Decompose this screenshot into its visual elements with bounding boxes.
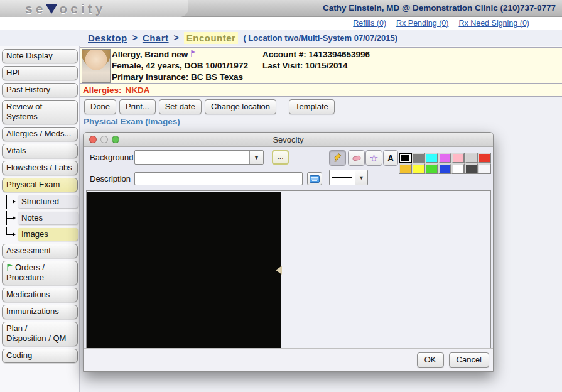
patient-panel: Allergy, Brand new Female, 42 years, DOB… <box>80 47 562 84</box>
sidebar-item-past-history[interactable]: Past History <box>2 83 78 97</box>
minimize-button[interactable] <box>100 136 108 143</box>
change-location-button[interactable]: Change location <box>205 99 276 114</box>
color-swatch-e8392b[interactable] <box>478 153 491 163</box>
chevron-down-icon[interactable]: ▼ <box>249 151 263 164</box>
chevron-down-icon[interactable]: ▼ <box>355 170 367 185</box>
description-input[interactable] <box>134 172 303 185</box>
sidebar-item-immunizations[interactable]: Immunizations <box>2 305 78 319</box>
link-refills-0[interactable]: Refills (0) <box>353 19 386 28</box>
color-swatch-ffffff[interactable] <box>451 163 465 174</box>
dialog-toolbar: Background ▼ ... Description ☆ A <box>84 147 493 190</box>
patient-photo <box>82 49 111 83</box>
breadcrumb-separator: > <box>132 33 138 43</box>
patient-account-info: Account #: 1413394653996 Last Visit: 10/… <box>262 49 370 72</box>
sidebar-item-plan-disposition-qm[interactable]: Plan / Disposition / QM <box>2 322 78 346</box>
probe-tip <box>276 266 282 275</box>
sidebar-item-allergies-meds[interactable]: Allergies / Meds... <box>2 127 78 141</box>
drawing-canvas[interactable] <box>86 190 491 349</box>
breadcrumb-desktop[interactable]: Desktop <box>88 33 127 43</box>
description-label: Description <box>90 174 131 183</box>
template-button[interactable]: Template <box>289 99 335 114</box>
allergies-row: Allergies:NKDA <box>80 84 562 97</box>
sidebar-item-orders-procedure[interactable]: Orders / Procedure <box>2 261 78 285</box>
tree-line <box>7 218 13 219</box>
ok-button[interactable]: OK <box>417 352 444 368</box>
tree-arrow-icon <box>13 232 16 236</box>
sidebar-item-flowsheets-labs[interactable]: Flowsheets / Labs <box>2 161 78 175</box>
color-swatch-4a4a4a[interactable] <box>465 163 478 174</box>
keyboard-icon <box>310 175 320 183</box>
set-date-button[interactable]: Set date <box>159 99 202 114</box>
print-button[interactable]: Print... <box>119 99 156 114</box>
allergies-value: NKDA <box>126 85 150 95</box>
sidebar-item-assessment[interactable]: Assessment <box>2 244 78 258</box>
done-button[interactable]: Done <box>84 99 116 114</box>
sidebar-item-hpi[interactable]: HPI <box>2 66 78 80</box>
arthroscopy-image <box>87 192 281 348</box>
patient-last-visit: Last Visit: 10/15/2014 <box>262 60 370 72</box>
pencil-icon <box>333 153 343 163</box>
color-swatch-e36bf0[interactable] <box>438 153 451 163</box>
color-swatch-2447e0[interactable] <box>438 163 451 174</box>
sidebar-item-structured[interactable]: Structured <box>18 195 78 208</box>
sidebar-item-coding[interactable]: Coding <box>2 349 78 363</box>
keyboard-button[interactable] <box>307 172 322 185</box>
sidebar-item-physical-exam[interactable]: Physical Exam <box>2 178 78 192</box>
line-width-select[interactable]: ▼ <box>329 170 368 185</box>
logo-tab: seocity <box>0 0 188 17</box>
sidebar-item-notes[interactable]: Notes <box>18 212 78 224</box>
sevocity-image-dialog: Sevocity Background ▼ ... Description ☆ <box>83 132 494 372</box>
screen: seocity Cathy Einstein, MD @ Demonstrati… <box>0 0 562 392</box>
tree-arrow-icon <box>13 200 16 204</box>
link-rx-need-signing-0[interactable]: Rx Need Signing (0) <box>458 19 529 28</box>
background-select-value <box>135 151 249 164</box>
star-icon: ☆ <box>369 152 378 164</box>
patient-account: Account #: 1413394653996 <box>262 49 370 60</box>
link-rx-pending-0[interactable]: Rx Pending (0) <box>396 19 448 28</box>
sidebar-item-images[interactable]: Images <box>18 228 78 241</box>
color-swatch-4fdc31[interactable] <box>425 163 438 174</box>
breadcrumb-encounter: Encounter <box>184 32 239 44</box>
sidebar-nav: Note DisplayHPIPast HistoryReview of Sys… <box>0 46 80 392</box>
quick-links-bar: Refills (0)Rx Pending (0)Rx Need Signing… <box>0 17 562 30</box>
green-flag-icon <box>6 263 14 271</box>
dialog-title-bar[interactable]: Sevocity <box>84 133 493 147</box>
color-swatch-f2c12e[interactable] <box>399 163 412 174</box>
patient-name: Allergy, Brand new <box>112 50 188 59</box>
background-select[interactable]: ▼ <box>134 150 264 165</box>
sidebar-item-medications[interactable]: Medications <box>2 288 78 302</box>
logo-v-icon <box>46 4 57 14</box>
encounter-context: ( Location two/Multi-System 07/07/2015) <box>243 33 397 43</box>
sidebar-item-review-of-systems[interactable]: Review of Systems <box>2 100 78 124</box>
text-tool-button[interactable]: A <box>383 150 398 166</box>
line-width-sample <box>332 177 352 178</box>
color-swatch-f5f5f8[interactable] <box>478 163 491 174</box>
allergies-label: Allergies: <box>83 85 122 95</box>
color-swatch-808080[interactable] <box>412 153 425 163</box>
color-swatch-000000[interactable] <box>399 153 412 163</box>
color-swatch-fdfd3a[interactable] <box>412 163 425 174</box>
sevocity-logo: seocity <box>25 1 105 16</box>
sidebar-item-note-display[interactable]: Note Display <box>2 49 78 63</box>
background-browse-button[interactable]: ... <box>272 150 289 165</box>
color-palette <box>399 153 491 174</box>
eraser-tool-button[interactable] <box>348 150 365 166</box>
lasso-tool-button[interactable]: ☆ <box>365 150 382 166</box>
pencil-tool-button[interactable] <box>329 150 346 166</box>
sidebar-item-vitals[interactable]: Vitals <box>2 144 78 158</box>
purple-flag-icon <box>190 50 198 58</box>
color-swatch-33ffff[interactable] <box>425 153 438 163</box>
color-swatch-d2d2d2[interactable] <box>465 153 478 163</box>
color-swatch-ffb9c5[interactable] <box>451 153 465 163</box>
close-button[interactable] <box>89 136 97 143</box>
encounter-action-buttons: DonePrint...Set dateChange locationTempl… <box>84 99 335 114</box>
user-clinic-info: Cathy Einstein, MD @ Demonstration Clini… <box>323 3 556 13</box>
window-controls <box>89 136 119 143</box>
breadcrumb-chart[interactable]: Chart <box>143 33 169 43</box>
cancel-button[interactable]: Cancel <box>449 352 489 368</box>
patient-demographics: Female, 42 years, DOB 10/01/1972 <box>112 60 248 72</box>
eraser-icon <box>352 154 362 163</box>
zoom-button[interactable] <box>112 136 119 143</box>
tree-line <box>7 234 13 235</box>
sidebar-subitem-row: Images <box>6 227 78 241</box>
